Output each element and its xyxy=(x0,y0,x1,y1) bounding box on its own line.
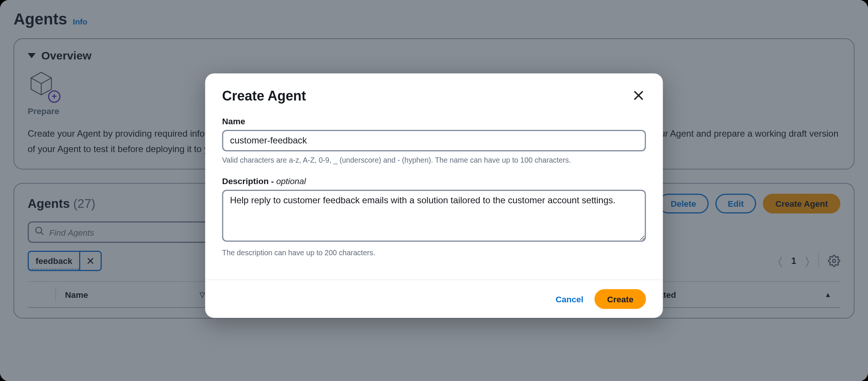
cancel-button[interactable]: Cancel xyxy=(556,294,584,304)
create-button[interactable]: Create xyxy=(594,289,646,309)
name-helper: Valid characters are a-z, A-Z, 0-9, _ (u… xyxy=(222,155,646,166)
name-input[interactable] xyxy=(222,130,646,151)
close-icon[interactable] xyxy=(631,88,646,105)
description-helper: The description can have up to 200 chara… xyxy=(222,247,646,258)
description-textarea[interactable] xyxy=(222,189,646,241)
name-label: Name xyxy=(222,116,646,126)
modal-title: Create Agent xyxy=(222,88,306,104)
modal-overlay: Create Agent Name Valid characters are a… xyxy=(0,0,868,381)
create-agent-modal: Create Agent Name Valid characters are a… xyxy=(205,73,663,318)
description-label: Description - optional xyxy=(222,176,646,186)
